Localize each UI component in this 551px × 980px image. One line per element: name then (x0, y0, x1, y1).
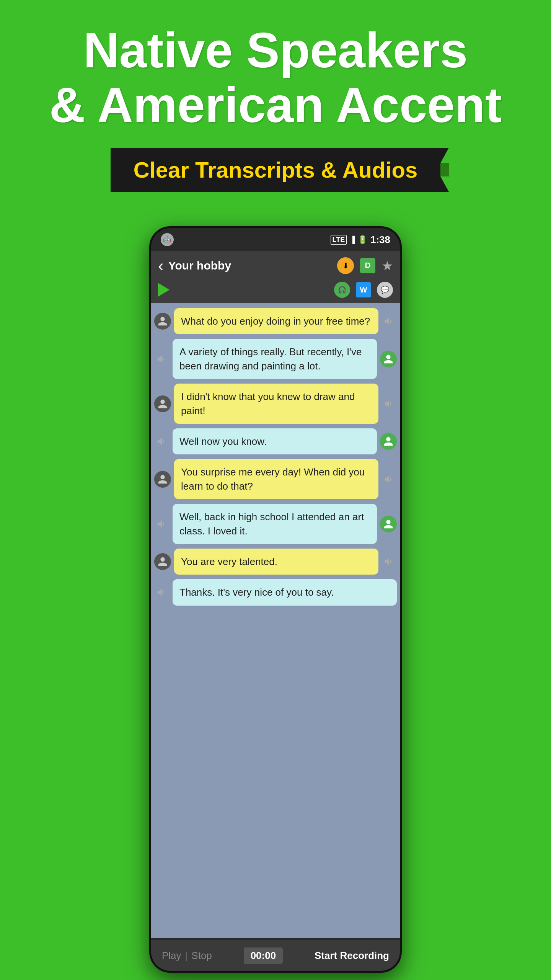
cloud-download-icon[interactable]: ⬇ (337, 257, 354, 274)
star-icon[interactable]: ★ (381, 258, 393, 273)
time-display: 1:38 (370, 234, 390, 246)
message-row-4: Well now you know. (154, 428, 397, 454)
bubble-8: Thanks. It's very nice of you to say. (173, 579, 397, 605)
message-row-2: A variety of things really. But recently… (154, 339, 397, 379)
bubble-2: A variety of things really. But recently… (173, 339, 377, 379)
play-control[interactable]: Play (162, 950, 181, 962)
header-section: Native Speakers & American Accent Clear … (0, 0, 551, 207)
app-header-row1: ‹ Your hobby ⬇ D ★ (151, 251, 400, 280)
secondary-icons: 🎧 W 💬 (334, 282, 393, 298)
stop-control[interactable]: Stop (191, 950, 212, 962)
headphone-icon[interactable]: 🎧 (334, 282, 350, 298)
status-right: LTE ▐ 🔋 1:38 (331, 234, 390, 246)
playback-controls: Play | Stop (162, 950, 212, 962)
bubble-6: Well, back in high school I attended an … (173, 504, 377, 544)
control-divider: | (185, 950, 188, 962)
audio-btn-6[interactable] (154, 516, 170, 532)
battery-icon: 🔋 (358, 235, 367, 244)
status-bar: 🤖 LTE ▐ 🔋 1:38 (151, 228, 400, 251)
message-row-3: I didn't know that you knew to draw and … (154, 384, 397, 424)
avatar-3 (154, 395, 171, 412)
avatar-5 (154, 471, 171, 488)
bottom-bar: Play | Stop 00:00 Start Recording (151, 940, 400, 971)
audio-btn-4[interactable] (154, 434, 170, 449)
audio-btn-7[interactable] (381, 554, 397, 569)
timer-display: 00:00 (244, 947, 283, 964)
banner: Clear Transcripts & Audios (111, 148, 440, 192)
avatar-4 (380, 433, 397, 450)
audio-btn-3[interactable] (381, 396, 397, 412)
screen-title: Your hobby (168, 259, 231, 272)
audio-btn-5[interactable] (381, 472, 397, 487)
message-row-6: Well, back in high school I attended an … (154, 504, 397, 544)
avatar-7 (154, 553, 171, 570)
app-header-row2: 🎧 W 💬 (151, 280, 400, 303)
bubble-4: Well now you know. (173, 428, 377, 454)
lte-label: LTE (331, 235, 347, 245)
android-icon: 🤖 (161, 233, 174, 246)
bubble-5: You surprise me every day! When did you … (174, 459, 378, 499)
message-row-7: You are very talented. (154, 549, 397, 575)
main-title: Native Speakers & American Accent (31, 23, 520, 132)
speech-bubble-icon[interactable]: 💬 (377, 282, 393, 298)
audio-btn-2[interactable] (154, 351, 170, 367)
chat-area: What do you enjoy doing in your free tim… (151, 303, 400, 938)
bubble-7: You are very talented. (174, 549, 378, 575)
start-recording-button[interactable]: Start Recording (315, 950, 389, 962)
phone: 🤖 LTE ▐ 🔋 1:38 ‹ Your hobby ⬇ (149, 226, 402, 973)
bubble-3: I didn't know that you knew to draw and … (174, 384, 378, 424)
status-left: 🤖 (161, 233, 174, 246)
avatar-1 (154, 313, 171, 330)
audio-btn-8[interactable] (154, 585, 170, 600)
play-icon[interactable] (158, 283, 170, 297)
message-row-5: You surprise me every day! When did you … (154, 459, 397, 499)
message-row-8: Thanks. It's very nice of you to say. (154, 579, 397, 605)
bubble-1: What do you enjoy doing in your free tim… (174, 308, 378, 334)
signal-icon: ▐ (350, 236, 355, 244)
message-row-1: What do you enjoy doing in your free tim… (154, 308, 397, 334)
word-icon[interactable]: W (356, 282, 371, 297)
phone-wrapper: 🤖 LTE ▐ 🔋 1:38 ‹ Your hobby ⬇ (0, 226, 551, 973)
avatar-6 (380, 516, 397, 532)
avatar-2 (380, 351, 397, 368)
banner-text: Clear Transcripts & Audios (134, 157, 417, 183)
dictionary-icon[interactable]: D (360, 258, 375, 273)
back-button[interactable]: ‹ (158, 256, 164, 275)
header-action-icons: ⬇ D ★ (337, 257, 393, 274)
audio-btn-1[interactable] (381, 314, 397, 329)
